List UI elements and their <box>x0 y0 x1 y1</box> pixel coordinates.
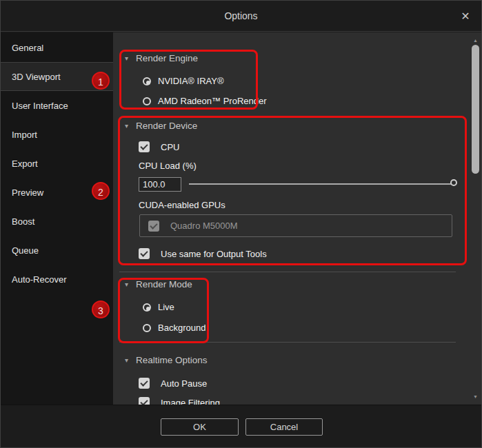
cuda-gpus-label: CUDA-enabled GPUs <box>139 200 225 210</box>
annotation-badge-1: 1 <box>92 72 110 90</box>
slider-handle[interactable] <box>450 179 457 186</box>
checkbox-icon[interactable] <box>139 378 150 389</box>
radio-label: Background <box>158 323 205 333</box>
image-filtering-checkbox-row[interactable]: Image Filtering <box>139 397 220 405</box>
ok-button[interactable]: OK <box>161 418 239 436</box>
scroll-up-icon[interactable]: ▲ <box>470 38 481 43</box>
checkbox-icon[interactable] <box>139 141 150 152</box>
cancel-button[interactable]: Cancel <box>245 418 323 436</box>
checkbox-label: Image Filtering <box>161 398 220 405</box>
radio-icon[interactable] <box>143 97 151 105</box>
gpu-checkbox-icon[interactable] <box>148 221 159 232</box>
scrollbar-thumb[interactable] <box>472 45 479 174</box>
sidebar-item-user-interface[interactable]: User Interface <box>1 91 113 120</box>
gpu-name: Quadro M5000M <box>170 221 238 231</box>
use-same-checkbox-row[interactable]: Use same for Output Tools <box>139 248 267 259</box>
settings-panel: ▾ Render Engine NVIDIA® IRAY® AMD Radeon… <box>113 32 481 405</box>
dialog-title: Options <box>1 1 481 32</box>
collapse-icon: ▾ <box>125 122 128 130</box>
scroll-down-icon[interactable]: ▼ <box>470 394 481 399</box>
radio-icon[interactable] <box>143 303 151 312</box>
section-title: Realtime Options <box>136 355 208 365</box>
options-dialog: Options ✕ General 3D Viewport User Inter… <box>0 0 482 448</box>
title-bar: Options ✕ <box>1 1 481 32</box>
radio-label: Live <box>158 302 174 312</box>
sidebar-item-boost[interactable]: Boost <box>1 207 113 236</box>
realtime-options-header[interactable]: ▾ Realtime Options <box>125 355 208 365</box>
gpu-list: Quadro M5000M <box>139 214 452 237</box>
checkbox-label: Use same for Output Tools <box>161 249 267 259</box>
footer-bar: OK Cancel <box>1 405 481 447</box>
checkbox-label: CPU <box>161 142 179 152</box>
section-title: Render Engine <box>136 53 198 63</box>
sidebar-item-export[interactable]: Export <box>1 149 113 178</box>
sidebar-item-general[interactable]: General <box>1 33 113 62</box>
checkbox-label: Auto Pause <box>161 378 207 389</box>
annotation-badge-3: 3 <box>92 301 110 318</box>
auto-pause-checkbox-row[interactable]: Auto Pause <box>139 378 207 389</box>
sidebar-item-import[interactable]: Import <box>1 120 113 149</box>
annotation-badge-2: 2 <box>92 182 110 200</box>
render-device-header[interactable]: ▾ Render Device <box>125 121 197 131</box>
section-title: Render Mode <box>136 279 192 289</box>
section-divider <box>119 272 456 272</box>
collapse-icon: ▾ <box>125 281 128 288</box>
close-icon[interactable]: ✕ <box>458 9 473 24</box>
render-engine-header[interactable]: ▾ Render Engine <box>125 53 198 63</box>
collapse-icon: ▾ <box>125 54 128 62</box>
cpu-checkbox-row[interactable]: CPU <box>139 141 179 152</box>
render-mode-header[interactable]: ▾ Render Mode <box>125 279 192 289</box>
radio-background[interactable]: Background <box>143 323 205 333</box>
sidebar-item-auto-recover[interactable]: Auto-Recover <box>1 265 113 294</box>
section-title: Render Device <box>136 121 197 131</box>
section-divider <box>119 342 456 343</box>
checkbox-icon[interactable] <box>139 397 150 405</box>
radio-live[interactable]: Live <box>143 302 174 312</box>
checkbox-icon[interactable] <box>139 248 150 259</box>
cpu-load-slider[interactable] <box>189 183 452 185</box>
collapse-icon: ▾ <box>125 356 128 364</box>
cpu-load-label: CPU Load (%) <box>139 161 197 171</box>
scrollbar[interactable]: ▲ ▼ <box>470 32 481 405</box>
radio-icon[interactable] <box>143 324 151 332</box>
radio-nvidia-iray[interactable]: NVIDIA® IRAY® <box>143 76 224 86</box>
radio-icon[interactable] <box>143 77 151 85</box>
radio-amd-prorender[interactable]: AMD Radeon™ ProRender <box>143 96 267 106</box>
radio-label: AMD Radeon™ ProRender <box>158 96 267 106</box>
sidebar-item-queue[interactable]: Queue <box>1 236 113 265</box>
radio-label: NVIDIA® IRAY® <box>158 76 224 86</box>
cpu-load-input[interactable] <box>139 177 181 192</box>
